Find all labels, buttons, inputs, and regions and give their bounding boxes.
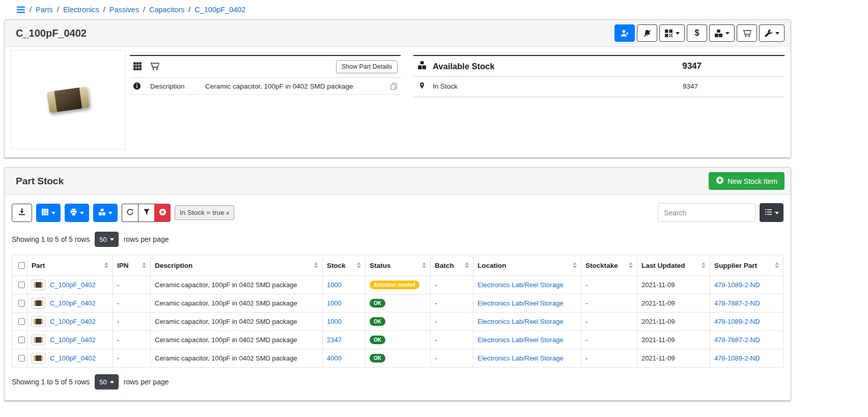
stock-quantity-link[interactable]: 1000 (327, 299, 342, 307)
page-size-dropdown[interactable]: 50 (95, 374, 118, 390)
batch-cell: - (431, 276, 473, 294)
supplier-part-link[interactable]: 478-7887-2-ND (714, 299, 760, 307)
column-part[interactable]: Part (27, 255, 113, 276)
capacitor-photo (46, 87, 90, 114)
grid-icon[interactable] (133, 62, 142, 72)
sort-icon[interactable] (357, 260, 361, 270)
column-description[interactable]: Description (151, 255, 323, 276)
description-cell: Ceramic capacitor, 100pF in 0402 SMD pac… (151, 331, 323, 349)
remove-filter-icon (159, 208, 166, 217)
row-checkbox[interactable] (18, 355, 25, 362)
barcode-actions-dropdown[interactable] (659, 24, 685, 42)
export-button[interactable] (12, 204, 32, 222)
column-location[interactable]: Location (473, 255, 581, 276)
part-link[interactable]: C_100pF_0402 (50, 336, 96, 344)
stocktake-cell: - (581, 276, 637, 294)
subscribe-button[interactable] (614, 24, 635, 42)
showing-rows-text: Showing 1 to 5 of 5 rows (12, 235, 90, 243)
part-link[interactable]: C_100pF_0402 (50, 299, 96, 307)
sort-icon[interactable] (314, 260, 318, 270)
part-stock-header: Part Stock New Stock Item (5, 168, 791, 195)
stock-quantity-link[interactable]: 4000 (327, 354, 342, 362)
table-view-dropdown[interactable] (760, 203, 783, 222)
breadcrumb-link-passives[interactable]: Passives (109, 6, 139, 14)
caret-down-icon (51, 212, 55, 216)
caret-down-icon (80, 212, 84, 216)
last-updated-cell: 2021-11-09 (637, 331, 710, 349)
stock-quantity-link[interactable]: 2347 (327, 336, 342, 344)
grid-icon (41, 208, 49, 217)
copy-icon[interactable] (390, 82, 398, 90)
filter-chip-label: In Stock = true (180, 209, 224, 216)
reload-button[interactable] (122, 204, 138, 222)
sort-icon[interactable] (142, 260, 146, 270)
description-label: Description (150, 82, 205, 90)
stock-table-toolbar: In Stock = true x (5, 195, 791, 225)
info-circle-icon (133, 82, 150, 90)
rows-per-page-label: rows per page (124, 378, 169, 386)
column-stocktake[interactable]: Stocktake (581, 255, 637, 276)
breadcrumb: / Parts / Electronics / Passives / Capac… (4, 0, 791, 19)
column-status[interactable]: Status (366, 255, 431, 276)
select-all-checkbox[interactable] (18, 262, 25, 269)
sort-icon[interactable] (775, 260, 779, 270)
part-link[interactable]: C_100pF_0402 (50, 354, 96, 362)
supplier-part-link[interactable]: 478-1089-2-ND (714, 281, 760, 289)
part-link[interactable]: C_100pF_0402 (50, 281, 96, 289)
location-link[interactable]: Electronics Lab/Reel Storage (478, 336, 563, 344)
pricing-button[interactable]: $ (687, 24, 707, 42)
location-link[interactable]: Electronics Lab/Reel Storage (478, 354, 563, 362)
breadcrumb-link-parts[interactable]: Parts (36, 6, 53, 14)
sort-icon[interactable] (629, 260, 633, 270)
qrcode-icon (664, 29, 673, 38)
breadcrumb-link-electronics[interactable]: Electronics (63, 6, 99, 14)
stocktake-cell: - (581, 349, 637, 368)
sort-icon[interactable] (465, 260, 469, 270)
print-actions-dropdown[interactable] (65, 204, 89, 222)
filter-button[interactable] (138, 204, 154, 222)
column-stock[interactable]: Stock (323, 255, 366, 276)
last-updated-cell: 2021-11-09 (637, 349, 710, 368)
column-supplier-part[interactable]: Supplier Part (710, 255, 783, 276)
new-stock-item-button[interactable]: New Stock Item (709, 172, 785, 190)
show-part-details-button[interactable]: Show Part Details (336, 60, 398, 73)
part-tools-dropdown[interactable] (759, 24, 785, 42)
part-link[interactable]: C_100pF_0402 (50, 318, 96, 325)
sort-icon[interactable] (422, 260, 426, 270)
column-ipn[interactable]: IPN (113, 255, 151, 276)
column-last-updated[interactable]: Last Updated (637, 255, 710, 276)
sort-icon[interactable] (573, 260, 577, 270)
supplier-part-link[interactable]: 478-7887-2-ND (714, 336, 760, 344)
stock-quantity-link[interactable]: 1000 (327, 281, 342, 289)
location-link[interactable]: Electronics Lab/Reel Storage (478, 299, 563, 307)
clear-filters-button[interactable] (154, 204, 171, 222)
menu-icon[interactable] (16, 5, 25, 14)
breadcrumb-link-capacitors[interactable]: Capacitors (149, 6, 184, 14)
row-checkbox[interactable] (18, 300, 25, 307)
supplier-part-link[interactable]: 478-1089-2-ND (714, 354, 760, 362)
stock-quantity-link[interactable]: 1000 (327, 318, 342, 325)
location-link[interactable]: Electronics Lab/Reel Storage (478, 281, 563, 289)
sort-icon[interactable] (104, 260, 108, 270)
location-link[interactable]: Electronics Lab/Reel Storage (478, 318, 563, 325)
row-checkbox[interactable] (18, 337, 25, 343)
row-checkbox[interactable] (18, 318, 25, 325)
page-size-dropdown[interactable]: 50 (95, 232, 118, 247)
available-stock-header: Available Stock 9347 (413, 56, 785, 77)
cart-icon[interactable] (150, 62, 159, 72)
breadcrumb-link-current-part[interactable]: C_100pF_0402 (194, 6, 245, 14)
batch-cell: - (431, 294, 473, 313)
search-input[interactable] (658, 203, 755, 222)
row-checkbox[interactable] (18, 282, 25, 288)
grid-view-dropdown[interactable] (36, 204, 61, 222)
order-part-button[interactable] (737, 24, 757, 42)
supplier-part-link[interactable]: 478-1089-2-ND (714, 318, 760, 325)
stock-options-dropdown[interactable] (93, 204, 118, 222)
remove-filter-x[interactable]: x (226, 210, 229, 216)
notifications-button[interactable] (637, 24, 657, 42)
sort-icon[interactable] (702, 260, 706, 270)
part-image[interactable] (11, 50, 126, 149)
stock-actions-dropdown[interactable] (709, 24, 735, 42)
column-batch[interactable]: Batch (431, 255, 473, 276)
description-cell: Ceramic capacitor, 100pF in 0402 SMD pac… (151, 313, 323, 331)
